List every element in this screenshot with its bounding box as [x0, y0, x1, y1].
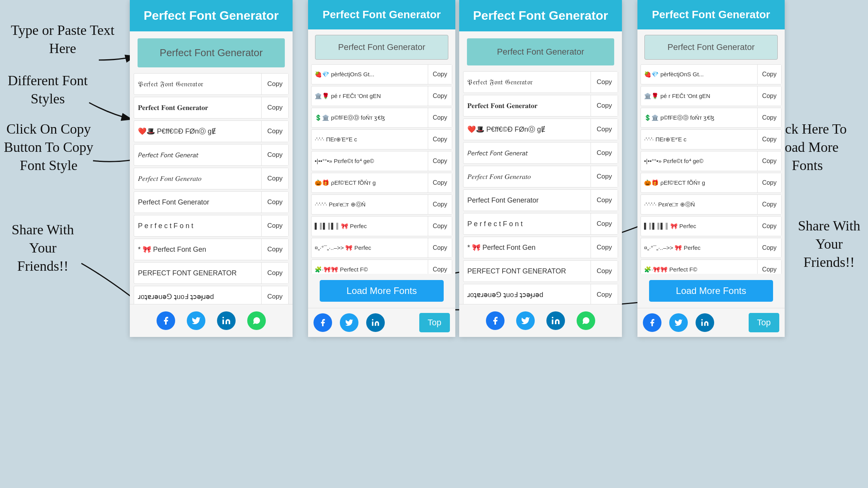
- font-row: 𝔓𝔢𝔯𝔣𝔢𝔠𝔱 𝔉𝔬𝔫𝔱 𝔊𝔢𝔫𝔢𝔯𝔞𝔱𝔬𝔯Copy: [463, 71, 618, 93]
- copy-button[interactable]: Copy: [591, 190, 618, 211]
- font-text: ¤„·°¯„·..–>> 🎀 Perfec: [312, 244, 428, 251]
- font-text: 🎃🎁 ρEf©ΈCΤ fÕŃт g: [312, 179, 428, 186]
- font-text: 🍓💎 pèrfèctjOnS Gt...: [641, 71, 757, 78]
- font-row: PERFECT FONT GENERATORCopy: [463, 260, 618, 282]
- linkedin-share-right[interactable]: [366, 313, 385, 332]
- copy-button[interactable]: Copy: [428, 260, 452, 274]
- right-panel-2: Perfect Font Generator 🍓💎 pèrfèctjOnS Gt…: [637, 0, 785, 337]
- left-input-2[interactable]: [467, 38, 614, 65]
- svg-point-1: [222, 317, 224, 318]
- font-text: ɹoʇɐɹǝuǝ⅁ ʇuoℲ ʇɔǝɟɹǝd: [463, 290, 591, 299]
- linkedin-share-left-2[interactable]: [546, 311, 565, 330]
- facebook-share-right[interactable]: [313, 313, 332, 332]
- load-more-container: Load More Fonts: [308, 274, 455, 308]
- annotation-different-fonts: Different Font Styles: [8, 72, 88, 108]
- copy-button[interactable]: Copy: [757, 195, 781, 214]
- font-row: 𝘗𝘦𝘳𝘧𝘦𝘤𝘵 𝘍𝘰𝘯𝘵 𝘎𝘦𝘯𝘦𝘳𝘢𝘵Copy: [463, 142, 618, 164]
- copy-button[interactable]: Copy: [261, 144, 288, 165]
- left-input[interactable]: [138, 38, 285, 67]
- copy-button[interactable]: Copy: [757, 86, 781, 106]
- font-row: 𝐏𝐞𝐫𝐟𝐞𝐜𝐭 𝐅𝐨𝐧𝐭 𝐆𝐞𝐧𝐞𝐫𝐚𝐭𝐨𝐫Copy: [134, 97, 289, 119]
- right-bottom-bar: Top: [308, 308, 455, 337]
- font-row: * 🎀 Perfect Font GenCopy: [463, 237, 618, 258]
- font-text: PERFECT FONT GENERATOR: [463, 267, 591, 275]
- font-text: 🧩·🎀🎀 Perfect F©: [312, 266, 428, 273]
- font-text: ▌║▌║▌║ 🎀 Perfec: [641, 223, 757, 230]
- twitter-share-right-2[interactable]: [669, 313, 688, 332]
- twitter-share-left[interactable]: [187, 311, 205, 330]
- copy-button[interactable]: Copy: [428, 238, 452, 258]
- copy-button[interactable]: Copy: [428, 86, 452, 106]
- copy-button[interactable]: Copy: [261, 97, 288, 118]
- copy-button[interactable]: Copy: [757, 108, 781, 127]
- copy-button[interactable]: Copy: [757, 217, 781, 236]
- copy-button[interactable]: Copy: [261, 121, 288, 142]
- copy-button[interactable]: Copy: [261, 74, 288, 95]
- copy-button[interactable]: Copy: [591, 166, 618, 187]
- copy-button[interactable]: Copy: [757, 130, 781, 149]
- copy-button[interactable]: Copy: [261, 286, 288, 304]
- left-panel-header: Perfect Font Generator: [130, 0, 293, 31]
- left-panel: Perfect Font Generator 𝔓𝔢𝔯𝔣𝔢𝔠𝔱 𝔉𝔬𝔫𝔱 𝔊𝔢𝔫𝔢…: [130, 0, 293, 337]
- font-text: 𝔓𝔢𝔯𝔣𝔢𝔠𝔱 𝔉𝔬𝔫𝔱 𝔊𝔢𝔫𝔢𝔯𝔞𝔱𝔬𝔯: [463, 78, 591, 86]
- copy-button[interactable]: Copy: [591, 237, 618, 258]
- copy-button[interactable]: Copy: [591, 143, 618, 163]
- font-text: ·'·'·'· ΠΕr⊕ΈᵃΈ c: [312, 136, 428, 143]
- font-row: PERFECT FONT GENERATORCopy: [134, 262, 289, 284]
- copy-button[interactable]: Copy: [757, 151, 781, 171]
- copy-button[interactable]: Copy: [428, 173, 452, 192]
- twitter-share-right[interactable]: [340, 313, 358, 332]
- load-more-button[interactable]: Load More Fonts: [320, 280, 444, 302]
- copy-button[interactable]: Copy: [428, 195, 452, 214]
- copy-button[interactable]: Copy: [428, 217, 452, 236]
- right-share-icons: [313, 313, 385, 332]
- font-text: ▌║▌║▌║ 🎀 Perfec: [312, 223, 428, 230]
- copy-button[interactable]: Copy: [261, 215, 288, 236]
- font-text: ·'·'·'·'· Ρεя'e□т ⊕ⓄŃ: [641, 201, 757, 208]
- load-more-button-2[interactable]: Load More Fonts: [649, 280, 773, 302]
- copy-button[interactable]: Copy: [428, 65, 452, 84]
- copy-button[interactable]: Copy: [428, 108, 452, 127]
- right-panel-header: Perfect Font Generator: [308, 0, 455, 29]
- copy-button[interactable]: Copy: [261, 168, 288, 189]
- facebook-share-right-2[interactable]: [643, 313, 661, 332]
- copy-button[interactable]: Copy: [591, 95, 618, 116]
- right-input[interactable]: [315, 35, 448, 60]
- font-row: 𝘗𝘦𝘳𝘧𝘦𝘤𝘵 𝘍𝘰𝘯𝘵 𝘎𝘦𝘯𝘦𝘳𝘢𝘵Copy: [134, 144, 289, 166]
- copy-button[interactable]: Copy: [591, 72, 618, 93]
- copy-button[interactable]: Copy: [591, 119, 618, 140]
- linkedin-share-left[interactable]: [217, 311, 236, 330]
- font-row: 💲🏛️ p©fFEⓄⒹ foŃт ʒ€ɮCopy: [311, 108, 452, 128]
- copy-button[interactable]: Copy: [261, 239, 288, 260]
- font-row: •|••°°•» Ρεrfe©t fo⁴ ge©Copy: [641, 151, 782, 171]
- copy-button[interactable]: Copy: [261, 263, 288, 284]
- copy-button[interactable]: Copy: [757, 65, 781, 84]
- annotation-type-paste: Type or Paste Text Here: [11, 21, 114, 58]
- top-button[interactable]: Top: [419, 313, 450, 332]
- copy-button[interactable]: Copy: [591, 261, 618, 282]
- facebook-share-left-2[interactable]: [486, 311, 505, 330]
- twitter-share-left-2[interactable]: [516, 311, 535, 330]
- font-row: 🧩·🎀🎀 Perfect F©Copy: [641, 259, 782, 274]
- font-row: ¤„·°¯„·..–>> 🎀 PerfecCopy: [641, 238, 782, 258]
- copy-button[interactable]: Copy: [591, 213, 618, 234]
- copy-button[interactable]: Copy: [591, 284, 618, 304]
- copy-button[interactable]: Copy: [757, 173, 781, 192]
- whatsapp-share-left[interactable]: [247, 311, 266, 330]
- font-text: PERFECT FONT GENERATOR: [134, 269, 261, 277]
- font-row: 𝑃𝑒𝑟𝑓𝑒𝑐𝑡 𝐹𝑜𝑛𝑡 𝐺𝑒𝑛𝑒𝑟𝑎𝑡𝑜Copy: [463, 166, 618, 187]
- linkedin-share-right-2[interactable]: [696, 313, 714, 332]
- right-input-2[interactable]: [644, 35, 778, 60]
- left-share-bar: [130, 304, 293, 337]
- copy-button[interactable]: Copy: [757, 238, 781, 258]
- facebook-share-left[interactable]: [157, 311, 175, 330]
- left-panel-2: Perfect Font Generator 𝔓𝔢𝔯𝔣𝔢𝔠𝔱 𝔉𝔬𝔫𝔱 𝔊𝔢𝔫𝔢…: [459, 0, 622, 337]
- whatsapp-share-left-2[interactable]: [577, 311, 595, 330]
- font-row: ·'·'·'· ΠΕr⊕ΈᵃΈ cCopy: [641, 129, 782, 149]
- font-row: 🧩·🎀🎀 Perfect F©Copy: [311, 259, 452, 274]
- copy-button[interactable]: Copy: [428, 130, 452, 149]
- copy-button[interactable]: Copy: [428, 151, 452, 171]
- top-button-2[interactable]: Top: [749, 313, 779, 332]
- copy-button[interactable]: Copy: [757, 260, 781, 274]
- copy-button[interactable]: Copy: [261, 192, 288, 213]
